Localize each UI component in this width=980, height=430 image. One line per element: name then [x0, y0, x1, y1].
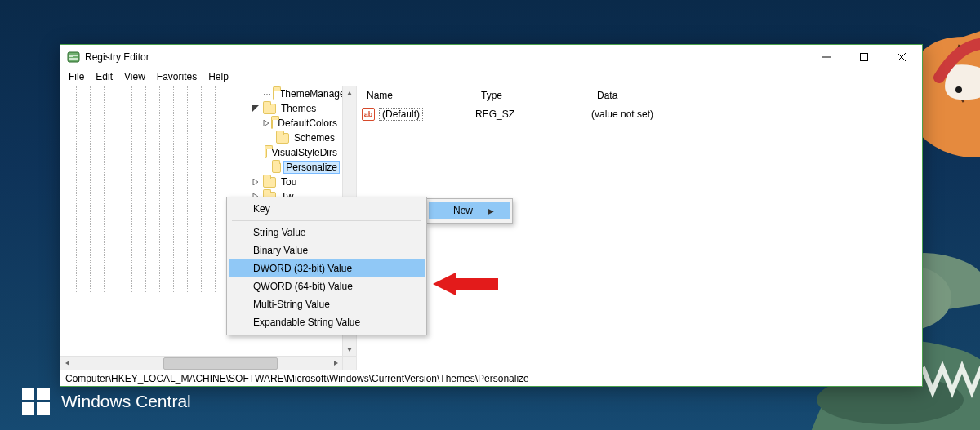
- value-name: (Default): [379, 108, 423, 121]
- scroll-right-icon[interactable]: [328, 357, 342, 370]
- ctx-new-dword[interactable]: DWORD (32-bit) Value: [229, 259, 425, 277]
- context-menu: New ▶: [426, 198, 513, 224]
- tree-node[interactable]: Personalize: [237, 160, 342, 175]
- tree-node-label: Themes: [279, 103, 318, 114]
- scroll-left-icon[interactable]: [60, 357, 74, 370]
- menu-edit[interactable]: Edit: [91, 70, 118, 83]
- tree-node[interactable]: DefaultColors: [237, 116, 342, 131]
- folder-icon: [263, 104, 276, 114]
- tree-node-label: Schemes: [292, 132, 336, 144]
- close-button[interactable]: [883, 45, 920, 69]
- svg-marker-14: [253, 179, 258, 185]
- column-headers[interactable]: Name Type Data: [357, 86, 922, 104]
- tree-node[interactable]: Themes: [237, 101, 342, 116]
- folder-icon: [272, 162, 281, 173]
- menu-file[interactable]: File: [64, 70, 89, 83]
- context-submenu-new: Key String Value Binary Value DWORD (32-…: [226, 197, 427, 335]
- tree-node-label: DefaultColors: [276, 117, 339, 129]
- regedit-icon: [67, 51, 80, 64]
- svg-rect-7: [69, 58, 78, 60]
- values-list[interactable]: ab(Default)REG_SZ(value not set): [357, 104, 922, 370]
- tree-node[interactable]: VisualStyleDirs: [237, 145, 342, 160]
- tree-node[interactable]: ⋯ThemeManager: [237, 86, 342, 101]
- hscroll-thumb[interactable]: [163, 357, 278, 370]
- tree-horizontal-scrollbar[interactable]: [60, 356, 342, 370]
- status-path: Computer\HKEY_LOCAL_MACHINE\SOFTWARE\Mic…: [65, 373, 529, 384]
- value-type: REG_SZ: [475, 109, 591, 120]
- svg-rect-5: [69, 55, 73, 57]
- status-bar: Computer\HKEY_LOCAL_MACHINE\SOFTWARE\Mic…: [60, 370, 922, 386]
- svg-marker-22: [65, 361, 69, 366]
- svg-rect-6: [74, 55, 78, 56]
- chevron-right-icon[interactable]: [250, 179, 261, 185]
- values-pane: Name Type Data ab(Default)REG_SZ(value n…: [357, 86, 922, 370]
- submenu-arrow-icon: ▶: [473, 206, 494, 215]
- chevron-right-icon[interactable]: [263, 120, 270, 126]
- chevron-down-icon[interactable]: [250, 105, 261, 112]
- ctx-new[interactable]: New ▶: [429, 202, 510, 219]
- ctx-new-multistring[interactable]: Multi-String Value: [229, 295, 425, 313]
- svg-rect-9: [861, 54, 868, 61]
- col-name[interactable]: Name: [360, 86, 474, 104]
- string-value-icon: ab: [362, 108, 375, 121]
- folder-icon: [276, 133, 289, 144]
- folder-icon: [273, 89, 274, 100]
- tree-node-label: ThemeManager: [278, 88, 342, 100]
- svg-marker-23: [334, 361, 338, 366]
- titlebar[interactable]: Registry Editor: [60, 45, 922, 69]
- svg-rect-8: [822, 57, 831, 58]
- scroll-up-icon[interactable]: [343, 86, 356, 100]
- ctx-new-qword[interactable]: QWORD (64-bit) Value: [229, 277, 425, 295]
- svg-marker-21: [347, 348, 352, 352]
- ctx-new-string[interactable]: String Value: [229, 224, 425, 242]
- ctx-new-key[interactable]: Key: [229, 200, 425, 218]
- tree-node[interactable]: Schemes: [237, 131, 342, 145]
- folder-icon: [265, 148, 266, 158]
- menu-favorites[interactable]: Favorites: [152, 70, 202, 83]
- ctx-new-binary[interactable]: Binary Value: [229, 242, 425, 259]
- menu-bar: File Edit View Favorites Help: [60, 69, 922, 86]
- ctx-new-expandstring[interactable]: Expandable String Value: [229, 313, 425, 331]
- tree-node-label: Tou: [279, 176, 298, 188]
- col-data[interactable]: Data: [590, 86, 922, 104]
- value-data: (value not set): [591, 109, 917, 120]
- folder-icon: [263, 177, 276, 188]
- scroll-corner: [342, 356, 356, 370]
- col-type[interactable]: Type: [474, 86, 590, 104]
- menu-view[interactable]: View: [119, 70, 150, 83]
- folder-icon: [271, 118, 273, 129]
- scroll-down-icon[interactable]: [343, 342, 356, 356]
- ctx-separator: [232, 220, 421, 221]
- minimize-button[interactable]: [808, 45, 845, 69]
- tree-node[interactable]: Tou: [237, 175, 342, 189]
- branding: Windows Central: [22, 388, 191, 415]
- branding-text: Windows Central: [61, 392, 191, 411]
- windows-logo-icon: [22, 388, 50, 415]
- menu-help[interactable]: Help: [203, 70, 234, 83]
- svg-marker-12: [252, 105, 259, 112]
- svg-marker-13: [264, 120, 269, 126]
- maximize-button[interactable]: [845, 45, 883, 69]
- svg-marker-20: [347, 91, 352, 95]
- value-row[interactable]: ab(Default)REG_SZ(value not set): [362, 106, 917, 122]
- tree-connector-icon[interactable]: ⋯: [263, 90, 271, 99]
- window-title: Registry Editor: [85, 51, 149, 63]
- tree-node-label: Personalize: [284, 162, 339, 173]
- svg-point-1: [956, 86, 962, 93]
- tree-node-label: VisualStyleDirs: [270, 147, 339, 158]
